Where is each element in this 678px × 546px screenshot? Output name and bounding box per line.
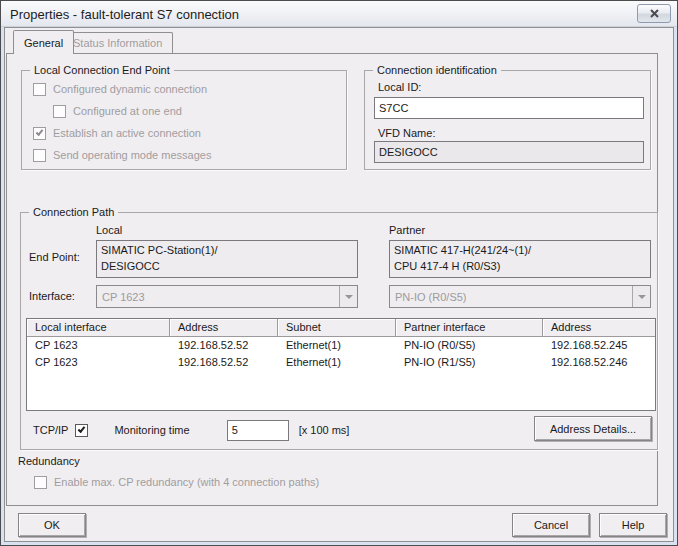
local-interface-dropdown-button	[339, 286, 357, 307]
group-connection-path-title: Connection Path	[29, 206, 118, 218]
checkbox-label: Establish an active connection	[53, 127, 201, 139]
column-header-address[interactable]: Address	[170, 319, 278, 337]
checkbox-icon	[33, 149, 46, 162]
ok-button-label: OK	[44, 519, 60, 531]
interface-label: Interface:	[29, 290, 75, 302]
local-id-label: Local ID:	[378, 81, 421, 93]
group-local-connection-end-point: Local Connection End Point Configured dy…	[21, 70, 347, 170]
help-button-label: Help	[622, 519, 645, 531]
cell-subnet: Ethernet(1)	[278, 354, 396, 371]
checkbox-configured-at-one-end: Configured at one end	[53, 104, 182, 118]
close-icon	[649, 8, 660, 20]
cell-partner-address: 192.168.52.245	[543, 337, 655, 354]
group-connection-path: Connection Path Local Partner End Point:…	[20, 212, 658, 450]
end-point-label: End Point:	[29, 251, 80, 263]
titlebar: Properties - fault-tolerant S7 connectio…	[1, 1, 677, 27]
cell-address: 192.168.52.52	[170, 354, 278, 371]
column-header-local-interface[interactable]: Local interface	[27, 319, 170, 337]
partner-interface-value: PN-IO (R0/S5)	[390, 291, 632, 303]
partner-interface-dropdown-button	[632, 286, 650, 307]
checkbox-send-operating-mode-messages: Send operating mode messages	[33, 148, 211, 162]
group-connection-identification: Connection identification Local ID: VFD …	[364, 70, 651, 170]
checkbox-establish-active-connection: Establish an active connection	[33, 126, 201, 140]
local-interface-value: CP 1623	[97, 291, 339, 303]
help-button[interactable]: Help	[599, 513, 667, 537]
column-header-address-2[interactable]: Address	[543, 319, 655, 337]
checkbox-enable-max-cp-redundancy: Enable max. CP redundancy (with 4 connec…	[34, 475, 319, 489]
checkbox-icon	[33, 83, 46, 96]
partner-interface-combobox: PN-IO (R0/S5)	[389, 285, 651, 308]
group-local-connection-end-point-title: Local Connection End Point	[30, 64, 174, 76]
checkbox-label: Configured dynamic connection	[53, 83, 207, 95]
tcp-ip-row: TCP/IP Monitoring time [x 100 ms]	[33, 417, 349, 443]
cancel-button-label: Cancel	[534, 519, 568, 531]
redundancy-label: Redundancy	[18, 455, 80, 467]
monitoring-time-unit-label: [x 100 ms]	[299, 424, 350, 436]
local-end-point-box: SIMATIC PC-Station(1)/ DESIGOCC	[96, 240, 358, 278]
checkbox-label: Configured at one end	[73, 105, 182, 117]
partner-column-header: Partner	[389, 224, 425, 236]
tab-general-label: General	[24, 37, 63, 49]
connection-path-table: Local interface Address Subnet Partner i…	[26, 318, 656, 411]
partner-end-point-line1: SIMATIC 417-H(241/24~(1)/	[394, 242, 646, 258]
dialog-client-area: General Status Information Local Connect…	[4, 27, 674, 542]
local-end-point-line2: DESIGOCC	[101, 258, 353, 274]
tab-page-general: Local Connection End Point Configured dy…	[6, 53, 658, 506]
table-header-row: Local interface Address Subnet Partner i…	[27, 319, 655, 337]
tab-status-information: Status Information	[62, 32, 173, 53]
vfd-name-label: VFD Name:	[378, 127, 435, 139]
dialog-title: Properties - fault-tolerant S7 connectio…	[10, 7, 239, 22]
column-header-subnet[interactable]: Subnet	[278, 319, 396, 337]
chevron-down-icon	[345, 295, 353, 299]
properties-dialog: Properties - fault-tolerant S7 connectio…	[0, 0, 678, 546]
close-button[interactable]	[637, 4, 671, 23]
address-details-button[interactable]: Address Details...	[534, 416, 652, 441]
column-header-partner-interface[interactable]: Partner interface	[396, 319, 543, 337]
checkbox-icon	[34, 476, 47, 489]
cell-partner-interface: PN-IO (R1/S5)	[396, 354, 543, 371]
partner-end-point-box: SIMATIC 417-H(241/24~(1)/ CPU 417-4 H (R…	[389, 240, 651, 278]
local-id-input[interactable]	[374, 97, 644, 119]
tcp-ip-label: TCP/IP	[33, 424, 68, 436]
chevron-down-icon	[638, 295, 646, 299]
checkbox-icon-checked	[33, 127, 46, 140]
cancel-button[interactable]: Cancel	[512, 513, 590, 537]
vfd-name-input	[374, 141, 644, 163]
monitoring-time-label: Monitoring time	[114, 424, 189, 436]
table-row[interactable]: CP 1623 192.168.52.52 Ethernet(1) PN-IO …	[27, 337, 655, 354]
cell-local-interface: CP 1623	[27, 354, 170, 371]
checkbox-label: Enable max. CP redundancy (with 4 connec…	[54, 476, 319, 488]
ok-button[interactable]: OK	[18, 513, 86, 537]
partner-end-point-line2: CPU 417-4 H (R0/S3)	[394, 258, 646, 274]
cell-partner-interface: PN-IO (R0/S5)	[396, 337, 543, 354]
group-connection-identification-title: Connection identification	[373, 64, 501, 76]
cell-subnet: Ethernet(1)	[278, 337, 396, 354]
cell-address: 192.168.52.52	[170, 337, 278, 354]
checkbox-label: Send operating mode messages	[53, 149, 211, 161]
monitoring-time-input[interactable]	[227, 420, 289, 441]
cell-partner-address: 192.168.52.246	[543, 354, 655, 371]
address-details-button-label: Address Details...	[550, 423, 636, 435]
cell-local-interface: CP 1623	[27, 337, 170, 354]
table-row[interactable]: CP 1623 192.168.52.52 Ethernet(1) PN-IO …	[27, 354, 655, 371]
local-end-point-line1: SIMATIC PC-Station(1)/	[101, 242, 353, 258]
local-column-header: Local	[96, 224, 122, 236]
local-interface-combobox: CP 1623	[96, 285, 358, 308]
tab-status-information-label: Status Information	[73, 37, 162, 49]
tab-general[interactable]: General	[13, 30, 74, 54]
checkbox-icon	[53, 105, 66, 118]
tcp-ip-checkbox[interactable]	[75, 424, 88, 437]
checkbox-configured-dynamic-connection: Configured dynamic connection	[33, 82, 207, 96]
